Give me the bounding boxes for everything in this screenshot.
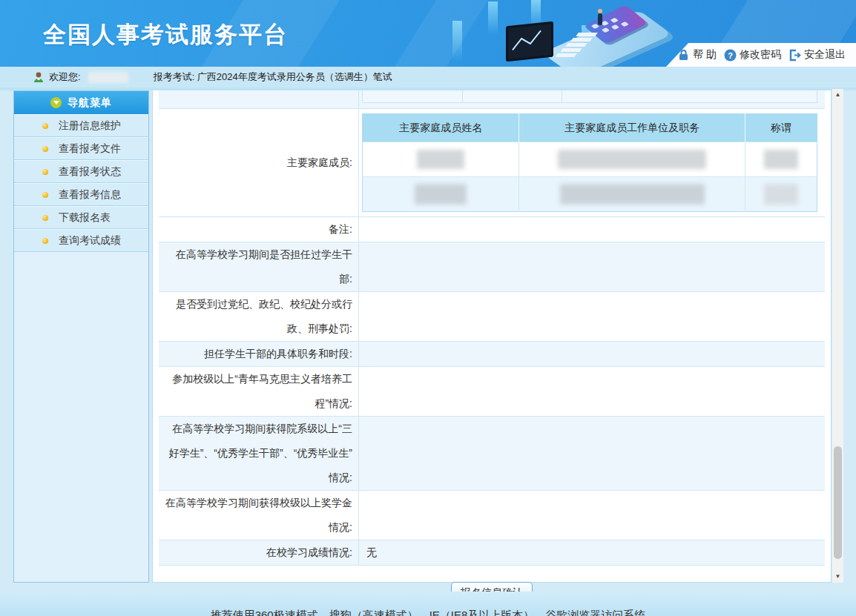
help-label: 帮 助 (693, 48, 717, 62)
sidebar-item-label: 查看报考状态 (59, 165, 121, 179)
logout-link[interactable]: 安全退出 (788, 48, 846, 62)
bullet-icon (42, 146, 48, 152)
form-row-remarks: 备注: (159, 217, 825, 242)
nav-menu-header[interactable]: 导航菜单 (14, 91, 148, 114)
family-table-header-row: 主要家庭成员姓名 主要家庭成员工作单位及职务 称谓 (363, 114, 817, 142)
row-value: 无 (359, 540, 825, 565)
family-members-row: 主要家庭成员: 主要家庭成员姓名 主要家庭成员工作单位及职务 称谓 (159, 109, 825, 217)
row-label: 是否受到过党纪、政纪、校纪处分或行政、刑事处罚: (165, 292, 352, 341)
clipped-table-row (159, 90, 825, 109)
form-row-scholarship: 在高等学校学习期间获得校级以上奖学金情况: (159, 491, 825, 540)
clipped-inner-table (362, 90, 817, 103)
form-row-student-cadre: 在高等学校学习期间是否担任过学生干部: (159, 242, 825, 292)
sidebar-item-registration-info[interactable]: 注册信息维护 (14, 114, 148, 137)
header-illustration (444, 0, 666, 67)
glow-pillar (488, 1, 498, 35)
app-header: 全国人事考试服务平台 帮 助 ? (0, 0, 856, 67)
scrollbar-thumb[interactable] (834, 446, 842, 559)
sidebar-item-label: 下载报名表 (59, 211, 111, 225)
redacted-member-name (417, 150, 464, 169)
clipped-row-label (159, 90, 359, 108)
redacted-member-workplace (558, 150, 706, 169)
sidebar-item-download-form[interactable]: 下载报名表 (14, 206, 148, 229)
lock-icon (677, 49, 690, 62)
sidebar-item-exam-documents[interactable]: 查看报考文件 (14, 137, 148, 160)
svg-text:?: ? (728, 50, 733, 59)
sidebar-item-application-status[interactable]: 查看报考状态 (14, 160, 148, 183)
welcome-greeting: 欢迎您: (49, 70, 81, 84)
browser-recommendation-text: 推荐使用360极速模式、搜狗（高速模式）、IE（IE8及以上版本）、谷歌浏览器访… (0, 609, 856, 616)
row-label: 在高等学校学习期间获得院系级以上“三好学生”、“优秀学生干部”、“优秀毕业生”情… (165, 417, 352, 490)
main-content-panel: 主要家庭成员: 主要家庭成员姓名 主要家庭成员工作单位及职务 称谓 (152, 90, 832, 583)
form-row-marxist-program: 参加校级以上“青年马克思主义者培养工程”情况: (159, 367, 825, 417)
change-password-label: 修改密码 (740, 48, 781, 62)
row-value (359, 292, 825, 341)
row-label: 在高等学校学习期间是否担任过学生干部: (165, 242, 352, 291)
sidebar-nav: 导航菜单 注册信息维护 查看报考文件 查看报考状态 查看报考信息 下载报名表 查… (13, 90, 149, 583)
bullet-icon (42, 215, 48, 221)
family-members-label: 主要家庭成员: (159, 109, 359, 216)
bullet-icon (42, 192, 48, 198)
person-figure (598, 13, 602, 25)
redacted-member-name (415, 184, 467, 205)
form-row-honors: 在高等学校学习期间获得院系级以上“三好学生”、“优秀学生干部”、“优秀毕业生”情… (159, 417, 825, 491)
application-form-table: 主要家庭成员: 主要家庭成员姓名 主要家庭成员工作单位及职务 称谓 (159, 90, 825, 604)
bullet-icon (42, 123, 48, 129)
question-icon: ? (724, 49, 737, 62)
redacted-member-relation (764, 184, 798, 205)
family-members-table: 主要家庭成员姓名 主要家庭成员工作单位及职务 称谓 (362, 113, 817, 212)
family-table-row (363, 177, 817, 212)
row-value (359, 417, 825, 490)
family-table-row (363, 142, 817, 177)
row-value (359, 491, 825, 540)
family-members-table-cell: 主要家庭成员姓名 主要家庭成员工作单位及职务 称谓 (359, 109, 825, 216)
user-avatar-icon (33, 71, 45, 83)
form-row-academic-record: 在校学习成绩情况: 无 (159, 540, 825, 566)
header-quick-links: 帮 助 ? 修改密码 安全退出 (666, 43, 856, 67)
page-footer: 推荐使用360极速模式、搜狗（高速模式）、IE（IE8及以上版本）、谷歌浏览器访… (0, 592, 856, 616)
vertical-scrollbar[interactable]: ▲ ▼ (832, 89, 843, 583)
sidebar-item-label: 注册信息维护 (59, 119, 121, 133)
row-value (359, 367, 825, 416)
column-member-name: 主要家庭成员姓名 (363, 114, 519, 142)
page-title: 全国人事考试服务平台 (43, 19, 288, 50)
bullet-icon (42, 169, 48, 175)
form-row-disciplinary: 是否受到过党纪、政纪、校纪处分或行政、刑事处罚: (159, 292, 825, 342)
row-value (359, 242, 825, 291)
welcome-bar: 欢迎您: 报考考试: 广西2024年度考试录用公务员（选调生）笔试 (0, 67, 856, 87)
sidebar-item-label: 查看报考文件 (59, 142, 121, 156)
nav-menu-title: 导航菜单 (68, 96, 112, 110)
scroll-up-arrow[interactable]: ▲ (832, 89, 843, 101)
sidebar-item-exam-results[interactable]: 查询考试成绩 (14, 229, 148, 252)
change-password-link[interactable]: ? 修改密码 (724, 48, 781, 62)
sidebar-item-label: 查询考试成绩 (59, 234, 121, 248)
monitor-graphic (506, 21, 553, 62)
logout-icon (788, 49, 801, 62)
column-member-relation: 称谓 (745, 114, 817, 142)
help-link[interactable]: 帮 助 (677, 48, 717, 62)
bullet-icon (42, 238, 48, 244)
redacted-member-workplace (560, 184, 705, 205)
chevron-down-icon (50, 97, 62, 108)
scroll-down-arrow[interactable]: ▼ (832, 571, 843, 583)
row-label: 在校学习成绩情况: (266, 540, 352, 565)
row-value (359, 217, 825, 242)
row-label: 参加校级以上“青年马克思主义者培养工程”情况: (165, 367, 352, 416)
glow-pillar (452, 21, 462, 62)
logout-label: 安全退出 (804, 48, 846, 62)
column-member-workplace: 主要家庭成员工作单位及职务 (519, 114, 745, 142)
row-value (359, 342, 825, 366)
exam-info: 报考考试: 广西2024年度考试录用公务员（选调生）笔试 (154, 70, 392, 84)
user-name-redacted (88, 72, 128, 83)
sidebar-item-label: 查看报考信息 (59, 188, 121, 202)
sidebar-item-application-info[interactable]: 查看报考信息 (14, 183, 148, 206)
row-label: 备注: (329, 217, 352, 242)
row-label: 在高等学校学习期间获得校级以上奖学金情况: (165, 491, 352, 540)
redacted-member-relation (764, 150, 798, 169)
row-label: 担任学生干部的具体职务和时段: (204, 342, 352, 366)
form-row-cadre-position: 担任学生干部的具体职务和时段: (159, 342, 825, 367)
